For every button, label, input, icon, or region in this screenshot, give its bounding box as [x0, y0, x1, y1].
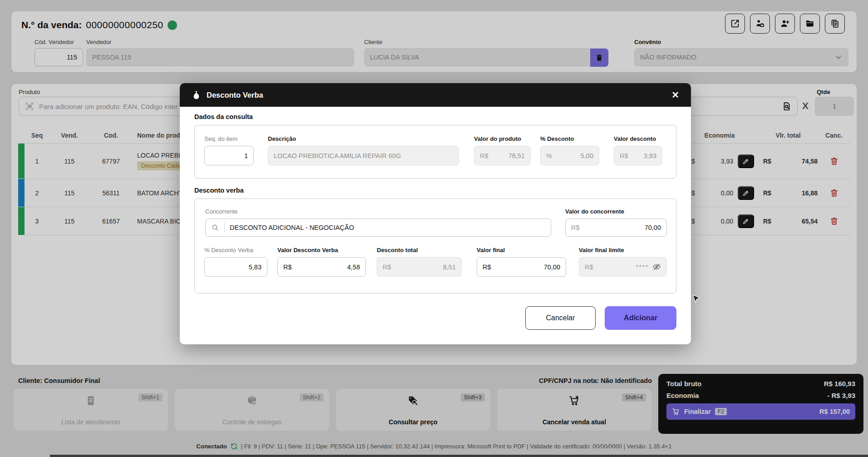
valor-desconto-verba-value: 4,58 [347, 263, 360, 271]
concorrente-input[interactable]: DESCONTO ADICIONAL - NEGOCIAÇÃO [205, 219, 551, 237]
modal-close-button[interactable]: ✕ [671, 90, 679, 99]
seq-item-value: 1 [244, 152, 248, 159]
seq-item-input[interactable]: 1 [204, 146, 254, 165]
currency-prefix: R$ [620, 152, 628, 159]
valor-produto-input: R$ 78,51 [474, 146, 531, 165]
cancelar-button[interactable]: Cancelar [525, 306, 596, 330]
valor-desconto-verba-field: Valor Desconto Verba R$ 4,58 [277, 247, 366, 277]
valor-produto-field: Valor do produto R$ 78,51 [474, 135, 531, 165]
valor-desconto-field: Valor desconto R$ 3,93 [614, 135, 662, 165]
valor-produto-value: 78,51 [508, 152, 525, 159]
concorrente-label: Concorrente [205, 208, 551, 215]
currency-prefix: R$ [571, 224, 580, 231]
masked-value: **** [636, 263, 649, 270]
valor-final-limite-input: R$ **** [579, 257, 667, 277]
desconto-total-label: Desconto total [377, 247, 462, 253]
valor-final-limite-label: Valor final limite [579, 247, 667, 253]
concorrente-value: DESCONTO ADICIONAL - NEGOCIAÇÃO [230, 224, 354, 231]
currency-prefix: R$ [483, 263, 491, 271]
valor-final-input[interactable]: R$ 70,00 [477, 257, 566, 277]
seq-item-label: Seq. do item [204, 135, 254, 142]
mouse-cursor [692, 294, 701, 304]
pct-desconto-label: % Desconto [540, 135, 599, 142]
concorrente-field: Concorrente DESCONTO ADICIONAL - NEGOCIA… [205, 208, 551, 237]
currency-prefix: R$ [383, 263, 391, 271]
pct-desconto-verba-field: % Desconto Verba 5,83 [204, 247, 267, 277]
pct-desconto-verba-label: % Desconto Verba [204, 247, 267, 253]
desconto-total-field: Desconto total R$ 8,51 [377, 247, 462, 277]
pct-desconto-value: 5,00 [581, 152, 593, 159]
valor-desconto-input: R$ 3,93 [614, 146, 662, 165]
pct-desconto-verba-value: 5,83 [249, 263, 261, 271]
valor-concorrente-label: Valor do concorrente [565, 208, 667, 215]
valor-desconto-value: 3,93 [644, 152, 656, 159]
currency-prefix: R$ [480, 152, 488, 159]
currency-prefix: R$ [585, 263, 593, 271]
modal-title: Desconto Verba [207, 91, 263, 99]
valor-final-value: 70,00 [544, 263, 560, 271]
valor-final-label: Valor final [477, 247, 566, 253]
dados-consulta-box: Seq. do item 1 Descrição LOCAO PREBIOTIC… [194, 125, 676, 179]
adicionar-button[interactable]: Adicionar [605, 306, 676, 330]
pct-desconto-input: % 5,00 [540, 146, 599, 165]
search-icon [211, 224, 219, 232]
money-bag-icon [192, 90, 201, 100]
descricao-value: LOCAO PREBIOTICA AMILIA REPAIR 60G [274, 152, 401, 159]
modal-buttons: Cancelar Adicionar [180, 306, 676, 330]
desconto-verba-modal: Desconto Verba ✕ Dados da consulta Seq. … [180, 83, 691, 344]
valor-desconto-verba-input[interactable]: R$ 4,58 [277, 257, 366, 277]
desconto-total-input: R$ 8,51 [377, 257, 462, 277]
desconto-verba-box: Concorrente DESCONTO ADICIONAL - NEGOCIA… [194, 199, 676, 293]
pct-desconto-field: % Desconto % 5,00 [540, 135, 599, 165]
valor-desconto-label: Valor desconto [614, 135, 662, 142]
seq-item-field: Seq. do item 1 [204, 135, 254, 165]
percent-prefix: % [546, 152, 552, 159]
valor-concorrente-value: 70,00 [645, 224, 661, 231]
currency-prefix: R$ [283, 263, 292, 271]
descricao-label: Descrição [268, 135, 459, 142]
valor-final-field: Valor final R$ 70,00 [477, 247, 566, 277]
section-dados-consulta-title: Dados da consulta [194, 113, 253, 120]
desconto-total-value: 8,51 [443, 263, 456, 271]
descricao-input: LOCAO PREBIOTICA AMILIA REPAIR 60G [268, 146, 459, 165]
section-desconto-verba-title: Desconto verba [194, 187, 244, 194]
valor-desconto-verba-label: Valor Desconto Verba [277, 247, 366, 253]
modal-header: Desconto Verba ✕ [180, 83, 691, 107]
pct-desconto-verba-input[interactable]: 5,83 [204, 257, 267, 277]
descricao-field: Descrição LOCAO PREBIOTICA AMILIA REPAIR… [268, 135, 459, 165]
valor-produto-label: Valor do produto [474, 135, 531, 142]
valor-concorrente-input[interactable]: R$ 70,00 [565, 219, 667, 237]
valor-concorrente-field: Valor do concorrente R$ 70,00 [565, 208, 667, 237]
pos-app: N.° da venda: 00000000000250 [0, 0, 868, 457]
valor-final-limite-field: Valor final limite R$ **** [579, 247, 667, 277]
eye-slash-icon[interactable] [652, 263, 661, 271]
